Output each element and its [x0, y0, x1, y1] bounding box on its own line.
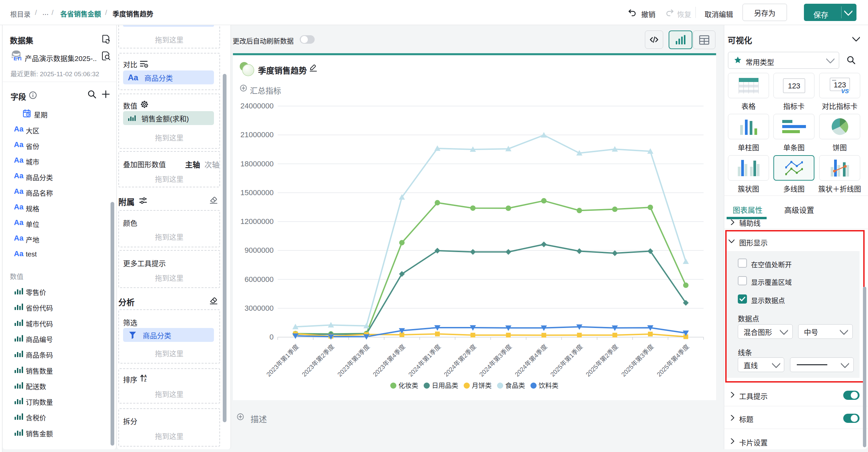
svg-text:2024年第3季度: 2024年第3季度: [478, 343, 513, 378]
svg-text:2023年第1季度: 2023年第1季度: [265, 343, 300, 378]
svg-text:A: A: [144, 374, 147, 378]
svg-text:21000000: 21000000: [240, 130, 274, 139]
svg-text:2024年第4季度: 2024年第4季度: [513, 343, 549, 378]
svg-text:123: 123: [788, 82, 800, 90]
svg-text:化妆类: 化妆类: [398, 382, 418, 389]
svg-text:2023年第2季度: 2023年第2季度: [300, 343, 336, 378]
svg-text:Z: Z: [144, 378, 146, 382]
svg-text:2023年第3季度: 2023年第3季度: [336, 343, 371, 378]
svg-text:日用品类: 日用品类: [432, 382, 458, 389]
svg-text:2025年第3季度: 2025年第3季度: [620, 343, 655, 378]
svg-text:2023年第4季度: 2023年第4季度: [372, 343, 407, 378]
svg-text:3000000: 3000000: [244, 304, 274, 312]
svg-text:2025年第2季度: 2025年第2季度: [585, 343, 620, 378]
svg-text:2025年第1季度: 2025年第1季度: [549, 343, 584, 378]
svg-text:24000000: 24000000: [240, 102, 274, 110]
svg-text:月饼类: 月饼类: [472, 382, 492, 389]
svg-text:2024年第2季度: 2024年第2季度: [442, 343, 478, 378]
svg-text:18000000: 18000000: [240, 160, 274, 168]
svg-text:2025年第4季度: 2025年第4季度: [655, 343, 691, 378]
svg-text:ETL: ETL: [14, 56, 21, 61]
svg-text:9000000: 9000000: [244, 246, 274, 254]
svg-text:12000000: 12000000: [240, 217, 274, 226]
svg-text:食品类: 食品类: [505, 382, 525, 389]
svg-text:VS: VS: [841, 88, 849, 94]
svg-text:饮料类: 饮料类: [539, 382, 559, 389]
svg-text:0: 0: [270, 333, 274, 341]
svg-text:6000000: 6000000: [244, 275, 274, 284]
svg-text:2024年第1季度: 2024年第1季度: [407, 343, 442, 378]
svg-text:15000000: 15000000: [240, 188, 274, 197]
